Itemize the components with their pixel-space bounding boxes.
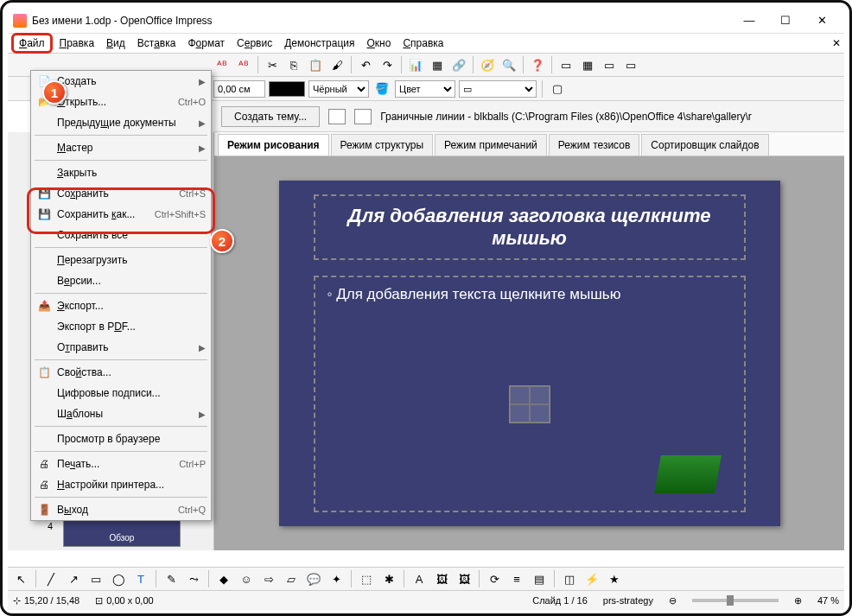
- content-type-icons[interactable]: [509, 385, 550, 423]
- slide-title-placeholder[interactable]: Для добавления заголовка щелкните мышью: [314, 194, 746, 260]
- brush-icon[interactable]: 🖌: [327, 55, 347, 74]
- menu-exit[interactable]: 🚪ВыходCtrl+Q: [31, 499, 211, 520]
- line-color-swatch[interactable]: [269, 81, 305, 97]
- menu-export[interactable]: 📤Экспорт...: [31, 295, 211, 316]
- menu-versions[interactable]: Версии...: [31, 270, 211, 291]
- tab-outline[interactable]: Режим структуры: [331, 134, 434, 156]
- menu-help[interactable]: Справка: [397, 35, 448, 51]
- interaction-icon[interactable]: ⚡: [582, 569, 601, 588]
- menu-insert[interactable]: Вставка: [132, 35, 181, 51]
- menu-format[interactable]: Формат: [182, 35, 230, 51]
- redo-icon[interactable]: ↷: [378, 55, 397, 74]
- menu-reload[interactable]: Перезагрузить: [31, 250, 211, 270]
- line-width-input[interactable]: [213, 80, 265, 98]
- rect-icon[interactable]: ▭: [86, 569, 105, 588]
- cut-icon[interactable]: ✂: [263, 55, 282, 74]
- align-icon[interactable]: ≡: [507, 569, 526, 588]
- menu-wizard[interactable]: Мастер▶: [31, 137, 211, 158]
- from-file-icon[interactable]: 🖼: [432, 569, 451, 588]
- menu-send[interactable]: Отправить▶: [31, 337, 211, 358]
- zoom-icon[interactable]: 🔍: [499, 55, 518, 74]
- menu-properties[interactable]: 📋Свойства...: [31, 362, 211, 383]
- fill-type-select[interactable]: Цвет: [395, 80, 455, 98]
- tab-handout[interactable]: Режим тезисов: [549, 134, 640, 156]
- menu-digital-sig[interactable]: Цифровые подписи...: [31, 383, 211, 403]
- rotate-icon[interactable]: ⟳: [485, 569, 504, 588]
- gallery-icons-view[interactable]: [328, 109, 346, 124]
- arrange-icon[interactable]: ▤: [530, 569, 549, 588]
- table-icon[interactable]: ▦: [428, 55, 447, 74]
- menu-file[interactable]: Файл: [11, 33, 53, 54]
- symbol-icon[interactable]: ☺: [237, 569, 256, 588]
- menu-close[interactable]: Закрыть: [31, 162, 211, 183]
- tab-drawing[interactable]: Режим рисования: [218, 134, 329, 156]
- color-name-select[interactable]: Чёрный: [308, 80, 369, 98]
- chart-icon[interactable]: 📊: [406, 55, 425, 74]
- help-icon[interactable]: ❓: [528, 55, 547, 74]
- doc-close-icon[interactable]: ✕: [832, 37, 841, 49]
- extrusion-icon[interactable]: ◫: [560, 569, 579, 588]
- flowchart-icon[interactable]: ▱: [282, 569, 301, 588]
- text-icon[interactable]: T: [131, 569, 150, 588]
- insert-image-icon[interactable]: [510, 404, 530, 422]
- slide-canvas[interactable]: Для добавления заголовка щелкните мышью …: [279, 181, 780, 526]
- menu-recent[interactable]: Предыдущие документы▶: [31, 112, 211, 133]
- points-icon[interactable]: ⬚: [357, 569, 376, 588]
- menu-service[interactable]: Сервис: [232, 35, 277, 51]
- maximize-button[interactable]: ☐: [773, 12, 798, 29]
- shadow-icon[interactable]: ▢: [548, 79, 567, 98]
- zoom-slider[interactable]: [692, 599, 779, 602]
- menu-edit[interactable]: Правка: [54, 35, 100, 51]
- zoom-in-icon[interactable]: ⊕: [794, 595, 802, 606]
- arrows-icon[interactable]: ⇨: [259, 569, 278, 588]
- gallery-list-view[interactable]: [354, 109, 372, 124]
- shapes-icon[interactable]: ◆: [214, 569, 233, 588]
- menu-export-pdf[interactable]: Экспорт в PDF...: [31, 316, 211, 337]
- new-theme-button[interactable]: Создать тему...: [221, 106, 320, 127]
- menu-demo[interactable]: Демонстрация: [279, 35, 359, 51]
- menu-browser-preview[interactable]: Просмотр в браузере: [31, 429, 211, 449]
- line-icon[interactable]: ╱: [41, 569, 60, 588]
- gallery-icon[interactable]: 🖼: [455, 569, 474, 588]
- close-button[interactable]: ✕: [810, 12, 834, 29]
- zoom-out-icon[interactable]: ⊖: [669, 595, 677, 606]
- design-icon[interactable]: ▭: [600, 55, 619, 74]
- menu-print[interactable]: 🖨Печать...Ctrl+P: [31, 454, 211, 474]
- fill-color-select[interactable]: ▭: [459, 80, 537, 98]
- paste-icon[interactable]: 📋: [306, 55, 325, 74]
- slide-icon[interactable]: ▭: [556, 55, 575, 74]
- navigator-icon[interactable]: 🧭: [478, 55, 497, 74]
- glue-icon[interactable]: ✱: [379, 569, 398, 588]
- animation-icon[interactable]: ★: [605, 569, 624, 588]
- menu-save[interactable]: 💾СохранитьCtrl+S: [31, 183, 211, 204]
- connector-icon[interactable]: ⤳: [184, 569, 203, 588]
- menu-templates[interactable]: Шаблоны▶: [31, 403, 211, 424]
- insert-chart-icon[interactable]: [530, 386, 550, 404]
- tab-sorter[interactable]: Сортировщик слайдов: [641, 134, 768, 156]
- undo-icon[interactable]: ↶: [356, 55, 375, 74]
- menu-save-all[interactable]: Сохранить все: [31, 225, 211, 245]
- callout-icon[interactable]: 💬: [304, 569, 323, 588]
- tab-notes[interactable]: Режим примечаний: [435, 134, 547, 156]
- menu-printer-settings[interactable]: 🖨Настройки принтера...: [31, 474, 211, 495]
- fill-icon[interactable]: 🪣: [372, 79, 391, 98]
- star-icon[interactable]: ✦: [327, 569, 346, 588]
- pointer-icon[interactable]: ↖: [11, 569, 30, 588]
- hyperlink-icon[interactable]: 🔗: [449, 55, 468, 74]
- menu-view[interactable]: Вид: [101, 35, 130, 51]
- layout-icon[interactable]: ▦: [578, 55, 597, 74]
- slide-body-placeholder[interactable]: ◦ Для добавления текста щелкните мышью: [314, 276, 746, 512]
- insert-table-icon[interactable]: [510, 386, 530, 404]
- menu-window[interactable]: Окно: [362, 35, 397, 51]
- ellipse-icon[interactable]: ◯: [109, 569, 128, 588]
- fontwork-icon[interactable]: A: [410, 569, 429, 588]
- arrow-icon[interactable]: ↗: [64, 569, 83, 588]
- spellcheck-icon[interactable]: ᴬᴮ: [213, 55, 232, 74]
- curve-icon[interactable]: ✎: [162, 569, 181, 588]
- minimize-button[interactable]: —: [737, 12, 761, 29]
- present-icon[interactable]: ▭: [621, 55, 640, 74]
- insert-movie-icon[interactable]: [530, 404, 550, 422]
- menu-save-as[interactable]: 💾Сохранить как...Ctrl+Shift+S: [31, 204, 211, 225]
- autospell-icon[interactable]: ᴬᴮ: [234, 55, 253, 74]
- copy-icon[interactable]: ⎘: [284, 55, 303, 74]
